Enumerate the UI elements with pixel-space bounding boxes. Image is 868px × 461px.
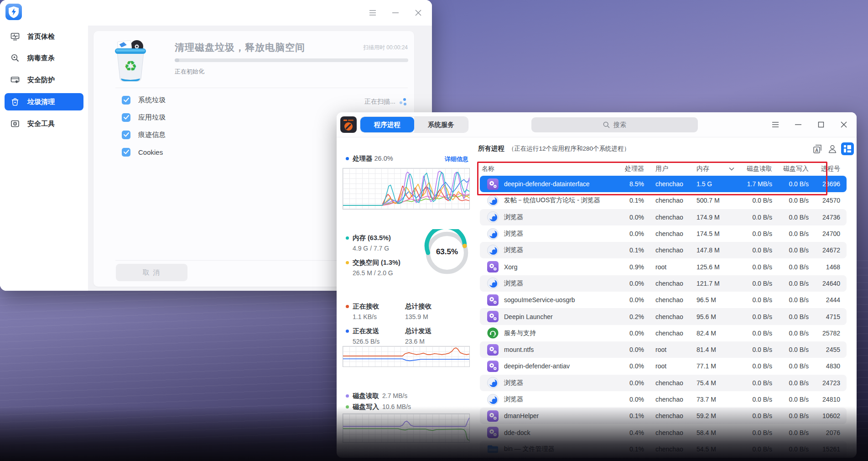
network-history-chart (343, 346, 470, 367)
process-disk-read: 0.0 B/s (734, 330, 772, 337)
search-icon (603, 121, 610, 128)
process-disk-write: 0.0 B/s (772, 246, 809, 254)
process-cpu: 0.1% (617, 246, 644, 254)
swap-stat-label: 交换空间 (1.3%) (346, 258, 400, 267)
menu-icon[interactable] (366, 7, 379, 18)
sidebar-item-health[interactable]: 首页体检 (5, 28, 83, 45)
process-pid: 1468 (809, 263, 840, 271)
search-input[interactable]: 搜索 (531, 117, 698, 132)
table-row[interactable]: 服务与支持 0.0% chenchao 82.4 M 0.0 B/s 0.0 B… (480, 325, 847, 341)
cleanup-category-label: 应用垃圾 (138, 113, 166, 122)
disk-history-chart (343, 414, 470, 443)
cleanup-category-row[interactable]: 痕迹信息 (122, 130, 166, 140)
process-disk-write: 0.0 B/s (772, 330, 809, 337)
process-icon (487, 211, 499, 223)
table-row[interactable]: 浏览器 0.1% chenchao 147.8 M 0.0 B/s 0.0 B/… (480, 242, 847, 258)
sidebar-item-icon (10, 75, 20, 84)
minimize-icon[interactable] (792, 119, 805, 130)
cleanup-category-row[interactable]: 系统垃圾 (122, 95, 166, 105)
table-row[interactable]: deepin-defender-antiav 0.0% root 77.1 M … (480, 358, 847, 374)
process-name: deepin-defender-antiav (504, 362, 570, 370)
minimize-icon[interactable] (389, 7, 402, 18)
system-monitor-window: 程序进程 系统服务 搜索 处理器 26.0% 详细信息 内存 (63.5%) 4… (337, 112, 857, 458)
checkbox-checked-icon[interactable] (122, 131, 130, 139)
sidebar-item-label: 安全工具 (27, 120, 55, 128)
process-disk-write: 0.0 B/s (772, 346, 809, 353)
sidebar-item-virus[interactable]: 病毒查杀 (5, 49, 83, 67)
table-row[interactable]: Xorg 0.9% root 125.6 M 0.0 B/s 0.0 B/s 1… (480, 258, 847, 275)
process-icon (487, 344, 499, 356)
sidebar-item-label: 安全防护 (27, 76, 55, 84)
sidebar-item-protect[interactable]: 安全防护 (5, 71, 83, 89)
close-icon[interactable] (837, 119, 850, 130)
details-link[interactable]: 详细信息 (445, 155, 468, 163)
security-center-app-icon (5, 4, 22, 20)
checkbox-checked-icon[interactable] (122, 148, 130, 157)
cleanup-category-row[interactable]: Cookies (122, 147, 166, 157)
checkbox-checked-icon[interactable] (122, 96, 130, 105)
process-user: chenchao (644, 180, 696, 188)
table-row[interactable]: 浏览器 0.0% chenchao 174.9 M 0.0 B/s 0.0 B/… (480, 209, 847, 225)
process-name: sogouImeService-uosgrb (504, 296, 575, 304)
table-row[interactable]: 浏览器 0.0% chenchao 75.4 M 0.0 B/s 0.0 B/s… (480, 375, 847, 391)
table-row[interactable]: dmanHelper 0.1% chenchao 59.2 M 0.0 B/s … (480, 408, 847, 424)
process-name: dmanHelper (504, 412, 539, 419)
process-disk-read: 0.0 B/s (734, 445, 772, 453)
compact-view-icon[interactable]: A (811, 142, 824, 155)
col-disk-read[interactable]: 磁盘读取 (734, 165, 772, 173)
col-user[interactable]: 用户 (644, 165, 696, 173)
process-memory: 82.4 M (696, 330, 734, 337)
process-pid: 24672 (809, 246, 840, 254)
col-memory[interactable]: 内存 (696, 165, 734, 173)
cleanup-category-label: 痕迹信息 (138, 131, 166, 139)
table-row[interactable]: 发帖－统信UOS官方论坛 - 浏览器 0.1% chenchao 500.7 M… (480, 192, 847, 209)
process-user: chenchao (644, 379, 696, 387)
trash-bin-illustration: ♻ (109, 38, 151, 83)
process-user: chenchao (644, 313, 696, 320)
user-view-icon[interactable] (826, 142, 839, 155)
table-row[interactable]: mount.ntfs 0.0% root 81.4 M 0.0 B/s 0.0 … (480, 341, 847, 358)
col-disk-write[interactable]: 磁盘写入 (772, 165, 809, 173)
table-row[interactable]: 浏览器 0.0% chenchao 73.7 M 0.0 B/s 0.0 B/s… (480, 391, 847, 408)
menu-icon[interactable] (769, 119, 782, 130)
process-pid: 15261 (809, 445, 840, 453)
process-memory: 75.4 M (696, 379, 734, 387)
process-pid: 4715 (809, 313, 840, 320)
process-cpu: 0.0% (617, 379, 644, 387)
process-disk-write: 0.0 B/s (772, 263, 809, 271)
cancel-button[interactable]: 取 消 (116, 264, 187, 281)
table-row[interactable]: Deepin Launcher 0.2% chenchao 95.6 M 0.0… (480, 308, 847, 325)
col-cpu[interactable]: 处理器 (617, 165, 644, 173)
checkbox-checked-icon[interactable] (122, 113, 130, 122)
process-name: 浏览器 (504, 246, 523, 254)
table-row[interactable]: 浏览器 0.0% chenchao 121.7 M 0.0 B/s 0.0 B/… (480, 275, 847, 292)
table-header: 名称 处理器 用户 内存 磁盘读取 磁盘写入 进程号 (480, 162, 847, 175)
process-disk-write: 0.0 B/s (772, 180, 809, 188)
col-name[interactable]: 名称 (480, 165, 617, 173)
process-disk-read: 0.0 B/s (734, 313, 772, 320)
desktop-background: 首页体检 病毒查杀 安全防护 垃圾清理 安全工具 (0, 0, 868, 461)
tiles-view-icon[interactable] (841, 142, 854, 155)
table-row[interactable]: bin — 文件管理器 0.1% chenchao 54.5 M 0.0 B/s… (480, 441, 847, 457)
tab-program-processes[interactable]: 程序进程 (360, 117, 414, 132)
maximize-icon[interactable] (815, 119, 827, 130)
process-memory: 147.8 M (696, 246, 734, 254)
process-disk-write: 0.0 B/s (772, 230, 809, 237)
table-row[interactable]: 浏览器 0.0% chenchao 174.5 M 0.0 B/s 0.0 B/… (480, 225, 847, 242)
process-disk-write: 0.0 B/s (772, 214, 809, 221)
sidebar-item-trash[interactable]: 垃圾清理 (5, 93, 83, 110)
process-user: chenchao (644, 296, 696, 304)
sidebar-item-tools[interactable]: 安全工具 (5, 115, 83, 132)
cleanup-category-row[interactable]: 应用垃圾 (122, 112, 166, 122)
table-row[interactable]: deepin-defender-datainterface 8.5% chenc… (480, 176, 847, 192)
process-memory: 81.4 M (696, 346, 734, 353)
disk-write-value: 10.6 MB/s (382, 403, 411, 410)
process-user: chenchao (644, 445, 696, 453)
table-row[interactable]: sogouImeService-uosgrb 0.0% chenchao 96.… (480, 292, 847, 308)
tab-system-services[interactable]: 系统服务 (414, 117, 468, 132)
col-pid[interactable]: 进程号 (809, 165, 840, 173)
table-row[interactable]: dde-dock 0.4% chenchao 58.4 M 0.0 B/s 0.… (480, 424, 847, 440)
process-icon (487, 327, 499, 339)
scanning-label: 正在扫描... (364, 98, 395, 106)
close-icon[interactable] (412, 7, 425, 18)
